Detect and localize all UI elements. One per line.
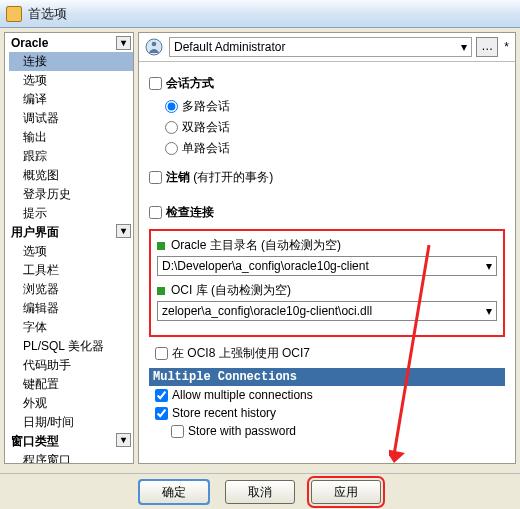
check-connection-label: 检查连接 bbox=[166, 204, 214, 221]
tree-font[interactable]: 字体 bbox=[9, 318, 133, 337]
ok-button[interactable]: 确定 bbox=[139, 480, 209, 504]
status-indicator-icon bbox=[157, 287, 165, 295]
store-with-password-label: Store with password bbox=[188, 424, 296, 438]
session-group-label: 会话方式 bbox=[166, 75, 214, 92]
oci-lib-value: zeloper\a_config\oracle10g-client\oci.dl… bbox=[162, 304, 372, 318]
logout-label: 注销 bbox=[166, 169, 190, 186]
tree-window-types[interactable]: 窗口类型▾ bbox=[9, 432, 133, 451]
collapse-icon[interactable]: ▾ bbox=[116, 224, 131, 238]
multiple-connections-header: Multiple Connections bbox=[149, 368, 505, 386]
highlight-box: Oracle 主目录名 (自动检测为空) D:\Developer\a_conf… bbox=[149, 229, 505, 337]
tree-appearance[interactable]: 外观 bbox=[9, 394, 133, 413]
tree-browser[interactable]: 浏览器 bbox=[9, 280, 133, 299]
titlebar: 首选项 bbox=[0, 0, 520, 28]
dual-session-label: 双路会话 bbox=[182, 119, 230, 136]
cancel-button[interactable]: 取消 bbox=[225, 480, 295, 504]
allow-multiple-checkbox[interactable] bbox=[155, 389, 168, 402]
tree-toolbar[interactable]: 工具栏 bbox=[9, 261, 133, 280]
chevron-down-icon: ▾ bbox=[461, 40, 467, 54]
admin-icon bbox=[145, 38, 163, 56]
logout-sublabel: (有打开的事务) bbox=[193, 169, 273, 186]
collapse-icon[interactable]: ▾ bbox=[116, 433, 131, 447]
oracle-home-input[interactable]: D:\Developer\a_config\oracle10g-client▾ bbox=[157, 256, 497, 276]
multi-session-label: 多路会话 bbox=[182, 98, 230, 115]
tree-datetime[interactable]: 日期/时间 bbox=[9, 413, 133, 432]
chevron-down-icon: ▾ bbox=[486, 259, 492, 273]
tree-compile[interactable]: 编译 bbox=[9, 90, 133, 109]
tree-code-assist[interactable]: 代码助手 bbox=[9, 356, 133, 375]
tree-ui[interactable]: 用户界面▾ bbox=[9, 223, 133, 242]
store-recent-checkbox[interactable] bbox=[155, 407, 168, 420]
dual-session-radio[interactable] bbox=[165, 121, 178, 134]
tree-plsql[interactable]: PL/SQL 美化器 bbox=[9, 337, 133, 356]
tree-connection[interactable]: 连接 bbox=[9, 52, 133, 71]
single-session-radio[interactable] bbox=[165, 142, 178, 155]
tree-program-window[interactable]: 程序窗口 bbox=[9, 451, 133, 464]
oci-lib-label: OCI 库 bbox=[171, 282, 208, 299]
oracle-home-sublabel: (自动检测为空) bbox=[261, 237, 341, 254]
oracle-home-label: Oracle 主目录名 bbox=[171, 237, 258, 254]
svg-point-1 bbox=[152, 42, 157, 47]
tree-options[interactable]: 选项 bbox=[9, 71, 133, 90]
button-bar: 确定 取消 应用 bbox=[0, 473, 520, 509]
store-recent-label: Store recent history bbox=[172, 406, 276, 420]
oci-lib-input[interactable]: zeloper\a_config\oracle10g-client\oci.dl… bbox=[157, 301, 497, 321]
tree-oracle[interactable]: Oracle▾ bbox=[9, 35, 133, 52]
single-session-label: 单路会话 bbox=[182, 140, 230, 157]
collapse-icon[interactable]: ▾ bbox=[116, 36, 131, 50]
tree-key-config[interactable]: 键配置 bbox=[9, 375, 133, 394]
admin-value: Default Administrator bbox=[174, 40, 285, 54]
session-group-checkbox[interactable] bbox=[149, 77, 162, 90]
multi-session-radio[interactable] bbox=[165, 100, 178, 113]
check-connection-checkbox[interactable] bbox=[149, 206, 162, 219]
tree-trace[interactable]: 跟踪 bbox=[9, 147, 133, 166]
more-button[interactable]: … bbox=[476, 37, 498, 57]
tree-ui-options[interactable]: 选项 bbox=[9, 242, 133, 261]
status-indicator-icon bbox=[157, 242, 165, 250]
oci-lib-sublabel: (自动检测为空) bbox=[211, 282, 291, 299]
force-oci7-checkbox[interactable] bbox=[155, 347, 168, 360]
category-tree[interactable]: Oracle▾ 连接 选项 编译 调试器 输出 跟踪 概览图 登录历史 提示 用… bbox=[4, 32, 134, 464]
tree-editor[interactable]: 编辑器 bbox=[9, 299, 133, 318]
tree-debugger[interactable]: 调试器 bbox=[9, 109, 133, 128]
chevron-down-icon: ▾ bbox=[486, 304, 492, 318]
logout-checkbox[interactable] bbox=[149, 171, 162, 184]
modified-indicator: * bbox=[504, 40, 509, 54]
app-icon bbox=[6, 6, 22, 22]
window-title: 首选项 bbox=[28, 5, 67, 23]
tree-hint[interactable]: 提示 bbox=[9, 204, 133, 223]
apply-button[interactable]: 应用 bbox=[311, 480, 381, 504]
settings-panel: Default Administrator ▾ … * 会话方式 多路会话 双路… bbox=[138, 32, 516, 464]
tree-login-history[interactable]: 登录历史 bbox=[9, 185, 133, 204]
admin-dropdown[interactable]: Default Administrator ▾ bbox=[169, 37, 472, 57]
force-oci7-label: 在 OCI8 上强制使用 OCI7 bbox=[172, 345, 310, 362]
oracle-home-value: D:\Developer\a_config\oracle10g-client bbox=[162, 259, 369, 273]
store-with-password-checkbox[interactable] bbox=[171, 425, 184, 438]
allow-multiple-label: Allow multiple connections bbox=[172, 388, 313, 402]
tree-output[interactable]: 输出 bbox=[9, 128, 133, 147]
tree-profile[interactable]: 概览图 bbox=[9, 166, 133, 185]
